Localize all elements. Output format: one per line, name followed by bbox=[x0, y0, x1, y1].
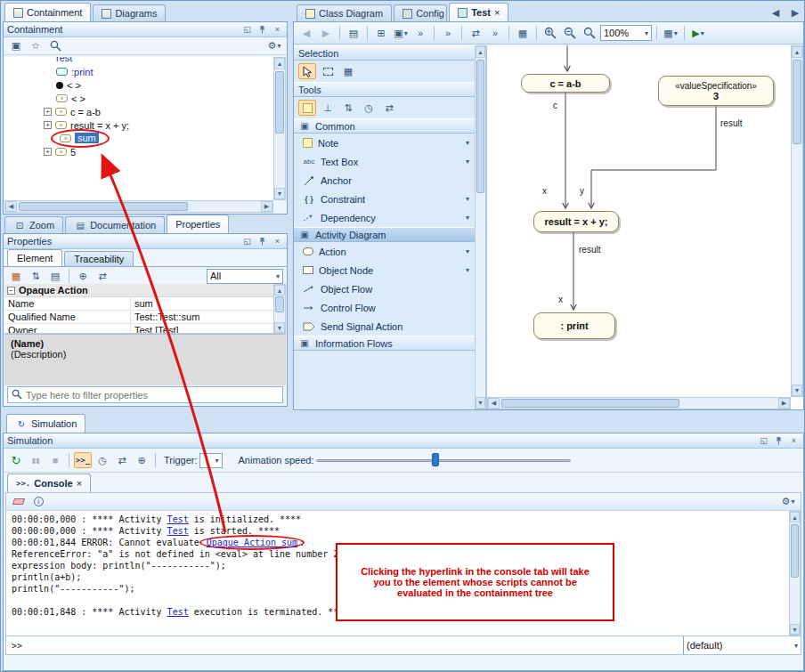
close-icon[interactable]: × bbox=[272, 236, 283, 247]
palette-item-dependency[interactable]: Dependency ▾ bbox=[294, 208, 475, 227]
slider-thumb[interactable] bbox=[432, 453, 439, 466]
zoom-fit-icon[interactable] bbox=[581, 25, 598, 41]
step-button[interactable]: ◷ bbox=[94, 452, 111, 468]
pin-icon[interactable] bbox=[256, 236, 268, 247]
scroll-up-button[interactable]: ▲ bbox=[790, 512, 800, 522]
close-icon[interactable]: × bbox=[272, 24, 283, 35]
tab-simulation[interactable]: ↻ Simulation bbox=[6, 414, 85, 433]
lasso-tool-button[interactable]: ▦ bbox=[339, 63, 357, 79]
dock-icon[interactable]: ◱ bbox=[241, 24, 253, 35]
tree-hscrollbar[interactable]: ◀ ▶ bbox=[4, 200, 273, 213]
categorized-view-button[interactable]: ▦ bbox=[7, 268, 25, 284]
scrollbar-thumb[interactable] bbox=[793, 60, 801, 144]
tab-documentation[interactable]: ▤ Documentation bbox=[65, 216, 165, 233]
palette-item-object-node[interactable]: Object Node ▾ bbox=[294, 261, 475, 279]
property-row[interactable]: Owner Test [Test] bbox=[4, 324, 273, 334]
console-toggle-button[interactable]: >>_ bbox=[74, 452, 92, 468]
tab-zoom[interactable]: ⊡ Zoom bbox=[4, 216, 63, 233]
swap-tool-button[interactable]: ⇄ bbox=[380, 100, 398, 116]
console-vscrollbar[interactable]: ▲ ▼ bbox=[789, 511, 801, 636]
palette-section-information-flows[interactable]: ▣ Information Flows bbox=[294, 336, 475, 351]
action-node-result[interactable]: result = x + y; bbox=[533, 211, 619, 232]
palette-item-text-box[interactable]: abc Text Box ▾ bbox=[294, 152, 475, 171]
expand-all-button[interactable]: ⊕ bbox=[74, 268, 92, 284]
pin-icon[interactable] bbox=[256, 24, 268, 35]
value-specification-node[interactable]: «valueSpecification» 3 bbox=[658, 76, 774, 106]
toolbar-overflow-chevron[interactable]: » bbox=[411, 25, 429, 41]
scroll-left-button[interactable]: ◀ bbox=[5, 201, 17, 212]
tab-test[interactable]: Test × bbox=[449, 3, 508, 21]
tree-item-c-ab[interactable]: + x c = a-b bbox=[4, 105, 273, 118]
toolbar-overflow-chevron[interactable]: » bbox=[439, 25, 457, 41]
measure-tool-button[interactable]: ⇅ bbox=[339, 100, 357, 116]
containment-tree-button[interactable]: ▤ bbox=[345, 25, 362, 41]
tab-traceability[interactable]: Traceability bbox=[64, 251, 134, 266]
canvas-vscrollbar[interactable]: ▲ ▼ bbox=[791, 45, 803, 397]
scroll-up-button[interactable]: ▲ bbox=[476, 46, 485, 58]
tab-diagrams[interactable]: Diagrams bbox=[93, 4, 166, 21]
tab-scroll-right-button[interactable]: ▶ bbox=[786, 4, 804, 20]
diagram-canvas[interactable]: c = a-b «valueSpecification» 3 result = … bbox=[487, 45, 803, 409]
customize-button[interactable]: ⇄ bbox=[94, 268, 111, 284]
chevron-down-icon[interactable]: ▾ bbox=[466, 214, 469, 222]
tab-config[interactable]: Config bbox=[394, 4, 447, 21]
tree-item-5[interactable]: + x 5 bbox=[4, 145, 273, 158]
filter-input[interactable] bbox=[26, 390, 279, 401]
chevron-down-icon[interactable]: ▾ bbox=[466, 195, 469, 203]
info-button[interactable]: i bbox=[29, 494, 47, 510]
palette-item-constraint[interactable]: { } Constraint ▾ bbox=[294, 190, 475, 208]
swap-button[interactable]: ⇄ bbox=[467, 25, 484, 41]
palette-section-common[interactable]: ▣ Common bbox=[294, 118, 475, 134]
activity-link[interactable]: Test bbox=[167, 607, 189, 617]
scroll-up-button[interactable]: ▲ bbox=[274, 58, 285, 69]
scroll-right-button[interactable]: ▶ bbox=[778, 398, 790, 409]
animation-speed-slider[interactable] bbox=[316, 452, 571, 468]
clear-console-button[interactable] bbox=[10, 494, 28, 510]
select-tool-button[interactable] bbox=[298, 63, 316, 79]
timer-tool-button[interactable]: ◷ bbox=[360, 100, 378, 116]
palette-item-send-signal-action[interactable]: Send Signal Action bbox=[294, 317, 475, 336]
marquee-tool-button[interactable] bbox=[319, 63, 337, 79]
grid-vscrollbar[interactable]: ▲ ▼ bbox=[273, 284, 286, 334]
close-tab-icon[interactable]: × bbox=[494, 7, 500, 18]
scroll-down-button[interactable]: ▼ bbox=[792, 385, 802, 396]
tree-item-sum[interactable]: x sum bbox=[4, 132, 273, 145]
layout-dropdown[interactable]: ▦▾ bbox=[662, 25, 679, 41]
tree-item-initial[interactable]: < > bbox=[4, 78, 273, 92]
expand-icon[interactable]: + bbox=[44, 148, 52, 156]
scroll-up-button[interactable]: ▲ bbox=[792, 46, 802, 58]
palette-item-object-flow[interactable]: Object Flow bbox=[294, 279, 475, 298]
forward-button[interactable]: ▶ bbox=[317, 25, 335, 41]
activity-link[interactable]: Test bbox=[167, 514, 189, 524]
tree-options-gear-icon[interactable]: ⚙▾ bbox=[265, 38, 283, 54]
chevron-down-icon[interactable]: ▾ bbox=[466, 247, 469, 255]
opaque-action-sum-link[interactable]: Opaque Action sum bbox=[199, 535, 305, 550]
property-row[interactable]: Qualified Name Test::Test::sum bbox=[4, 311, 273, 324]
tree-item-anon[interactable]: x < > bbox=[4, 92, 273, 105]
palette-vscrollbar[interactable]: ▲ ▼ bbox=[475, 45, 486, 409]
run-button[interactable]: ↻ bbox=[7, 452, 25, 468]
collapse-icon[interactable]: − bbox=[7, 287, 15, 295]
close-icon[interactable]: × bbox=[788, 435, 800, 446]
tab-properties[interactable]: Properties bbox=[167, 215, 229, 233]
stop-button[interactable]: ■ bbox=[46, 452, 64, 468]
tree-item-result[interactable]: + x result = x + y; bbox=[4, 118, 273, 132]
list-view-button[interactable]: ▤ bbox=[46, 268, 64, 284]
scroll-down-button[interactable]: ▼ bbox=[476, 397, 485, 409]
scrollbar-thumb[interactable] bbox=[19, 202, 188, 211]
sort-button[interactable]: ⇅ bbox=[27, 268, 45, 284]
profile-combo[interactable]: (default)▾ bbox=[683, 636, 801, 654]
palette-section-activity-diagram[interactable]: ▣ Activity Diagram bbox=[294, 227, 475, 242]
magnet-tool-button[interactable]: ⊥ bbox=[319, 100, 337, 116]
tab-containment[interactable]: Containment bbox=[4, 3, 91, 21]
console-options-gear-icon[interactable]: ⚙▾ bbox=[779, 494, 797, 510]
palette-item-control-flow[interactable]: Control Flow bbox=[294, 298, 475, 317]
tab-element[interactable]: Element bbox=[7, 249, 62, 266]
tab-scroll-left-button[interactable]: ◀ bbox=[767, 4, 785, 20]
toolbar-overflow-chevron[interactable]: » bbox=[486, 25, 504, 41]
scroll-down-button[interactable]: ▼ bbox=[274, 322, 285, 333]
canvas-viewport[interactable]: c = a-b «valueSpecification» 3 result = … bbox=[487, 45, 791, 397]
tree-vscrollbar[interactable]: ▲ ▼ bbox=[273, 57, 286, 200]
action-node-c-ab[interactable]: c = a-b bbox=[521, 74, 610, 93]
chevron-down-icon[interactable]: ▾ bbox=[466, 139, 469, 147]
